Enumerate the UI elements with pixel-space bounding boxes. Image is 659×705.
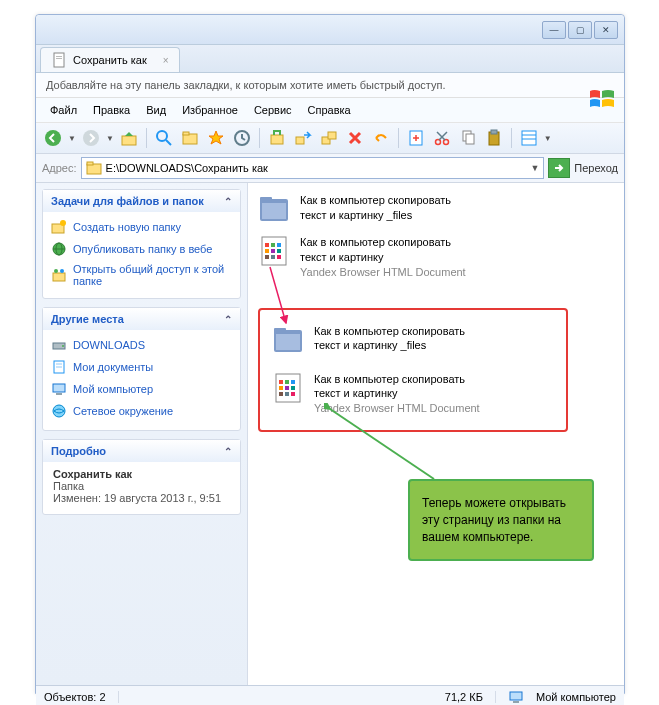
sidebar-item-label: Опубликовать папку в вебе <box>73 243 212 255</box>
undo-button[interactable] <box>370 127 392 149</box>
forward-dropdown[interactable]: ▼ <box>106 134 114 143</box>
html-file-icon <box>272 372 304 404</box>
sidebar-tasks: Задачи для файлов и папок ⌃ Создать нову… <box>42 189 241 299</box>
sidebar-item-downloads[interactable]: DOWNLOADS <box>49 334 234 356</box>
sidebar-item-documents[interactable]: Мои документы <box>49 356 234 378</box>
address-bar: Адрес: E:\DOWNLOADS\Сохранить как ▼ Пере… <box>36 154 624 183</box>
menubar: Файл Правка Вид Избранное Сервис Справка <box>36 98 624 123</box>
sidebar-places-header[interactable]: Другие места ⌃ <box>43 308 240 330</box>
minimize-button[interactable]: — <box>542 21 566 39</box>
sidebar-details-header[interactable]: Подробно ⌃ <box>43 440 240 462</box>
sidebar: Задачи для файлов и папок ⌃ Создать нову… <box>36 183 248 685</box>
address-dropdown[interactable]: ▼ <box>530 163 539 173</box>
back-dropdown[interactable]: ▼ <box>68 134 76 143</box>
svg-rect-51 <box>271 249 275 253</box>
annotation-callout: Как в компьютер скопировать текст и карт… <box>258 308 568 433</box>
views-dropdown[interactable]: ▼ <box>544 134 552 143</box>
maximize-button[interactable]: ▢ <box>568 21 592 39</box>
cut-button[interactable] <box>431 127 453 149</box>
tab-close-icon[interactable]: × <box>163 55 169 66</box>
file-name-line2: текст и картинку _files <box>314 338 465 353</box>
menu-file[interactable]: Файл <box>44 102 83 118</box>
svg-rect-63 <box>279 386 283 390</box>
network-icon <box>51 403 67 419</box>
svg-rect-58 <box>276 334 300 350</box>
status-size: 71,2 КБ <box>445 691 496 703</box>
folders-button[interactable] <box>179 127 201 149</box>
sidebar-tasks-header[interactable]: Задачи для файлов и папок ⌃ <box>43 190 240 212</box>
svg-rect-45 <box>262 203 286 219</box>
sidebar-item-publish[interactable]: Опубликовать папку в вебе <box>49 238 234 260</box>
file-item-folder[interactable]: Как в компьютер скопировать текст и карт… <box>258 193 614 225</box>
svg-rect-48 <box>271 243 275 247</box>
properties-button[interactable] <box>405 127 427 149</box>
chevron-up-icon: ⌃ <box>224 446 232 457</box>
menu-edit[interactable]: Правка <box>87 102 136 118</box>
back-button[interactable] <box>42 127 64 149</box>
folder-large-icon <box>258 193 290 225</box>
up-button[interactable] <box>118 127 140 149</box>
views-button[interactable] <box>518 127 540 149</box>
svg-rect-57 <box>274 328 286 333</box>
sidebar-item-computer[interactable]: Мой компьютер <box>49 378 234 400</box>
favorites-button[interactable] <box>205 127 227 149</box>
file-type-label: Yandex Browser HTML Document <box>300 265 466 280</box>
svg-rect-49 <box>277 243 281 247</box>
close-button[interactable]: ✕ <box>594 21 618 39</box>
new-folder-icon <box>51 219 67 235</box>
menu-view[interactable]: Вид <box>140 102 172 118</box>
sidebar-item-network[interactable]: Сетевое окружение <box>49 400 234 422</box>
computer-icon <box>51 381 67 397</box>
paste-button[interactable] <box>483 127 505 149</box>
file-pane[interactable]: Как в компьютер скопировать текст и карт… <box>248 183 624 685</box>
svg-rect-2 <box>56 58 62 59</box>
search-button[interactable] <box>153 127 175 149</box>
move-button[interactable] <box>292 127 314 149</box>
globe-icon <box>51 241 67 257</box>
sidebar-details-title: Подробно <box>51 445 106 457</box>
svg-rect-47 <box>265 243 269 247</box>
menu-tools[interactable]: Сервис <box>248 102 298 118</box>
menu-favorites[interactable]: Избранное <box>176 102 244 118</box>
menu-help[interactable]: Справка <box>302 102 357 118</box>
sidebar-item-new-folder[interactable]: Создать новую папку <box>49 216 234 238</box>
delete-button[interactable] <box>344 127 366 149</box>
svg-rect-64 <box>285 386 289 390</box>
svg-point-28 <box>60 220 66 226</box>
go-button[interactable] <box>548 158 570 178</box>
callout-item-html: Как в компьютер скопировать текст и карт… <box>272 372 554 417</box>
chevron-up-icon: ⌃ <box>224 314 232 325</box>
tab-active[interactable]: Сохранить как × <box>40 47 180 72</box>
svg-rect-66 <box>279 392 283 396</box>
svg-point-36 <box>62 345 64 347</box>
window-titlebar[interactable]: — ▢ ✕ <box>36 15 624 45</box>
sidebar-item-label: Создать новую папку <box>73 221 181 233</box>
sidebar-item-label: DOWNLOADS <box>73 339 145 351</box>
svg-rect-44 <box>260 197 272 202</box>
svg-point-33 <box>54 269 58 273</box>
sync-button[interactable] <box>266 127 288 149</box>
drive-icon <box>51 337 67 353</box>
sidebar-places: Другие места ⌃ DOWNLOADS Мои документы М… <box>42 307 241 431</box>
file-name-line2: текст и картинку <box>314 386 480 401</box>
svg-rect-40 <box>53 384 65 392</box>
status-objects: Объектов: 2 <box>44 691 119 703</box>
file-type-label: Yandex Browser HTML Document <box>314 401 480 416</box>
copy2-button[interactable] <box>457 127 479 149</box>
file-item-html[interactable]: Как в компьютер скопировать текст и карт… <box>258 235 614 280</box>
file-name-line1: Как в компьютер скопировать <box>300 235 466 250</box>
history-button[interactable] <box>231 127 253 149</box>
address-input[interactable]: E:\DOWNLOADS\Сохранить как ▼ <box>81 157 545 179</box>
file-name-line2: текст и картинку _files <box>300 208 451 223</box>
sidebar-tasks-title: Задачи для файлов и папок <box>51 195 204 207</box>
sidebar-item-share[interactable]: Открыть общий доступ к этой папке <box>49 260 234 290</box>
forward-button[interactable] <box>80 127 102 149</box>
computer-icon <box>508 689 524 705</box>
copy-button[interactable] <box>318 127 340 149</box>
svg-rect-67 <box>285 392 289 396</box>
svg-rect-32 <box>53 273 65 281</box>
annotation-text-box: Теперь можете открывать эту страницу из … <box>408 479 594 561</box>
sidebar-places-title: Другие места <box>51 313 124 325</box>
sidebar-item-label: Открыть общий доступ к этой папке <box>73 263 232 287</box>
address-label: Адрес: <box>42 162 77 174</box>
